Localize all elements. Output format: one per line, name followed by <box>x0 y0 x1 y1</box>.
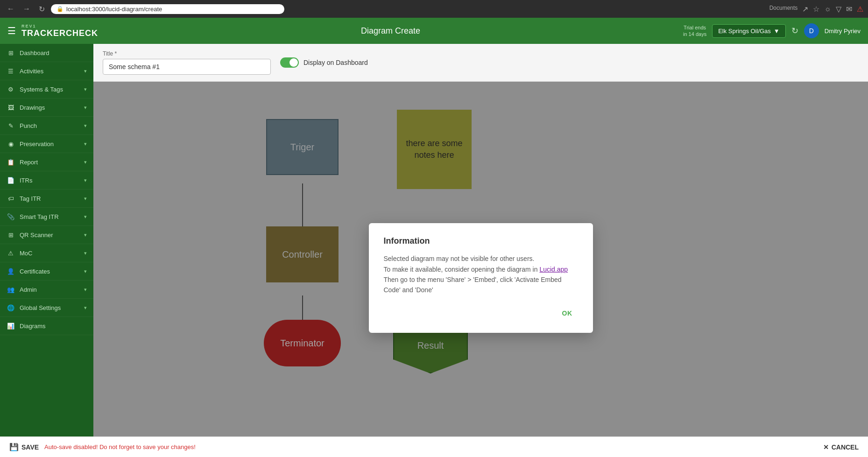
app-header: ☰ REV1 TRACKERCHECK Diagram Create Trial… <box>0 18 868 44</box>
forward-button[interactable]: → <box>21 4 33 14</box>
save-button[interactable]: 💾 SAVE <box>9 443 39 451</box>
sidebar-item-dashboard[interactable]: ⊞ Dashboard <box>0 44 93 62</box>
refresh-icon[interactable]: ↻ <box>791 26 798 36</box>
sidebar-item-global-settings[interactable]: 🌐 Global Settings ▾ <box>0 299 93 317</box>
preservation-icon: ◉ <box>7 140 15 148</box>
title-label: Title * <box>103 50 271 57</box>
sidebar-label-dashboard: Dashboard <box>20 49 87 56</box>
cert-chevron-icon: ▾ <box>84 268 87 274</box>
alert-icon[interactable]: ⚠ <box>857 5 863 14</box>
modal-line3: Then go to the menu 'Share' > 'Embed', c… <box>384 276 562 294</box>
sidebar-label-diagrams: Diagrams <box>20 323 87 330</box>
back-button[interactable]: ← <box>5 4 17 14</box>
preservation-chevron-icon: ▾ <box>84 141 87 147</box>
title-field-group: Title * <box>103 50 271 75</box>
docs-link[interactable]: Documents <box>769 5 798 14</box>
avatar[interactable]: D <box>804 23 819 38</box>
logo: REV1 TRACKERCHECK <box>21 24 98 38</box>
drawings-icon: 🖼 <box>7 103 15 112</box>
sidebar-label-global: Global Settings <box>20 304 79 311</box>
modal-link[interactable]: Lucid.app <box>539 266 568 273</box>
logo-rev: REV1 <box>21 24 98 28</box>
punch-chevron-icon: ▾ <box>84 123 87 129</box>
main-content: Title * Display on Dashboard <box>93 44 868 436</box>
org-name: Elk Springs Oil/Gas <box>718 28 771 35</box>
cert-icon: 👤 <box>7 267 15 275</box>
sidebar-item-itrs[interactable]: 📄 ITRs ▾ <box>0 171 93 190</box>
url-text: localhost:3000/lucid-diagram/create <box>66 6 162 13</box>
org-selector[interactable]: Elk Springs Oil/Gas ▼ <box>712 24 786 38</box>
sidebar-label-report: Report <box>20 159 79 166</box>
sidebar-item-smart-tag-itr[interactable]: 📎 Smart Tag ITR ▾ <box>0 208 93 226</box>
form-area: Title * Display on Dashboard <box>93 44 868 82</box>
sidebar-label-punch: Punch <box>20 122 79 129</box>
itrs-icon: 📄 <box>7 176 15 184</box>
display-toggle[interactable] <box>280 57 299 68</box>
report-chevron-icon: ▾ <box>84 159 87 165</box>
smart-tag-chevron-icon: ▾ <box>84 214 87 220</box>
save-label: SAVE <box>21 443 39 451</box>
sidebar-item-moc[interactable]: ⚠ MoC ▾ <box>0 244 93 262</box>
moc-chevron-icon: ▾ <box>84 250 87 256</box>
sidebar: ⊞ Dashboard ☰ Activities ▾ ⚙ Systems & T… <box>0 44 93 436</box>
modal-overlay: Information Selected diagram may not be … <box>93 82 868 436</box>
trial-badge: Trial ends in 14 days <box>683 24 706 38</box>
sidebar-item-punch[interactable]: ✎ Punch ▾ <box>0 117 93 135</box>
extensions-icon[interactable]: ▽ <box>836 5 841 14</box>
diagrams-icon: 📊 <box>7 322 15 330</box>
sidebar-label-tag-itr: Tag ITR <box>20 195 79 202</box>
global-icon: 🌐 <box>7 303 15 312</box>
tag-itr-chevron-icon: ▾ <box>84 196 87 202</box>
theme-icon[interactable]: ☼ <box>824 5 831 14</box>
itrs-chevron-icon: ▾ <box>84 177 87 183</box>
dashboard-icon: ⊞ <box>7 49 15 57</box>
title-input[interactable] <box>103 59 271 75</box>
logo-name: TRACKERCHECK <box>21 28 98 38</box>
save-icon: 💾 <box>9 443 19 451</box>
sidebar-label-cert: Certificates <box>20 268 79 275</box>
toggle-group: Display on Dashboard <box>280 57 368 68</box>
app-body: ⊞ Dashboard ☰ Activities ▾ ⚙ Systems & T… <box>0 44 868 436</box>
report-icon: 📋 <box>7 158 15 166</box>
sidebar-label-systems: Systems & Tags <box>20 86 79 93</box>
cancel-icon: ✕ <box>823 443 829 451</box>
star-icon[interactable]: ☆ <box>813 5 819 14</box>
tag-itr-icon: 🏷 <box>7 194 15 203</box>
bookmark-icon[interactable]: ✉ <box>846 5 852 14</box>
sidebar-label-activities: Activities <box>20 68 79 75</box>
sidebar-item-activities[interactable]: ☰ Activities ▾ <box>0 62 93 80</box>
qr-chevron-icon: ▾ <box>84 232 87 238</box>
cancel-button[interactable]: ✕ CANCEL <box>823 443 859 451</box>
url-bar[interactable]: 🔒 localhost:3000/lucid-diagram/create <box>51 4 284 14</box>
browser-actions: Documents ↗ ☆ ☼ ▽ ✉ ⚠ <box>769 5 863 14</box>
sidebar-item-drawings[interactable]: 🖼 Drawings ▾ <box>0 98 93 117</box>
sidebar-item-report[interactable]: 📋 Report ▾ <box>0 153 93 171</box>
sidebar-item-diagrams[interactable]: 📊 Diagrams <box>0 317 93 335</box>
admin-icon: 👥 <box>7 285 15 294</box>
smart-tag-icon: 📎 <box>7 212 15 221</box>
systems-chevron-icon: ▾ <box>84 86 87 92</box>
sidebar-item-tag-itr[interactable]: 🏷 Tag ITR ▾ <box>0 190 93 208</box>
admin-chevron-icon: ▾ <box>84 287 87 293</box>
modal-ok-button[interactable]: OK <box>557 307 578 320</box>
modal-dialog: Information Selected diagram may not be … <box>369 223 593 333</box>
sidebar-item-admin[interactable]: 👥 Admin ▾ <box>0 281 93 299</box>
sidebar-label-drawings: Drawings <box>20 104 79 111</box>
header-right: Trial ends in 14 days Elk Springs Oil/Ga… <box>683 23 861 38</box>
sidebar-label-smart-tag: Smart Tag ITR <box>20 213 79 220</box>
modal-line1: Selected diagram may not be visible for … <box>384 255 535 262</box>
refresh-button[interactable]: ↻ <box>36 4 47 14</box>
ext-link-icon[interactable]: ↗ <box>802 5 808 14</box>
sidebar-item-certificates[interactable]: 👤 Certificates ▾ <box>0 262 93 281</box>
browser-bar: ← → ↻ 🔒 localhost:3000/lucid-diagram/cre… <box>0 0 868 18</box>
qr-icon: ⊞ <box>7 231 15 239</box>
moc-icon: ⚠ <box>7 249 15 257</box>
sidebar-label-preservation: Preservation <box>20 141 79 148</box>
hamburger-menu[interactable]: ☰ <box>7 25 16 36</box>
sidebar-item-qr-scanner[interactable]: ⊞ QR Scanner ▾ <box>0 226 93 244</box>
sidebar-label-admin: Admin <box>20 286 79 293</box>
sidebar-item-preservation[interactable]: ◉ Preservation ▾ <box>0 135 93 153</box>
sidebar-item-systems-tags[interactable]: ⚙ Systems & Tags ▾ <box>0 80 93 98</box>
drawings-chevron-icon: ▾ <box>84 105 87 111</box>
modal-body: Selected diagram may not be visible for … <box>384 253 578 295</box>
